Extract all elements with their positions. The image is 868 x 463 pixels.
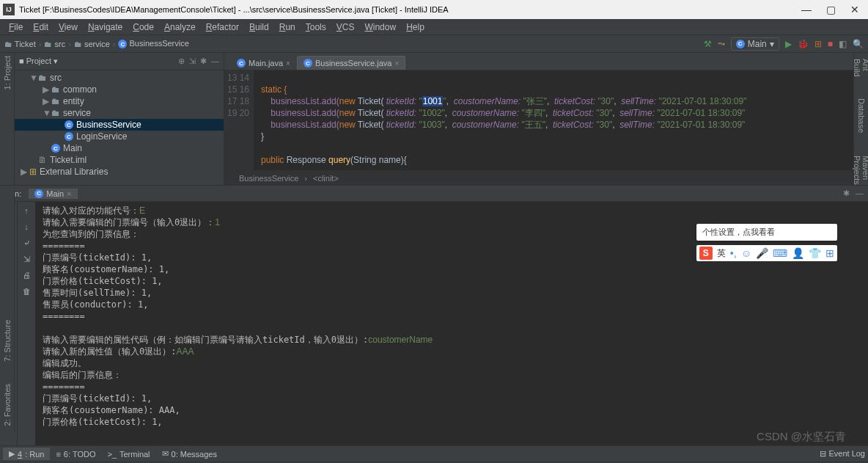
stop-button[interactable]: ■ xyxy=(828,39,833,49)
trash-icon[interactable]: 🗑 xyxy=(21,285,32,297)
ime-keyboard-icon[interactable]: ⌨ xyxy=(773,247,787,259)
chevron-right-icon: › xyxy=(304,174,307,183)
close-icon[interactable]: × xyxy=(394,59,399,68)
tab-icon: ▶ xyxy=(9,449,15,459)
ime-tools-icon[interactable]: ⊞ xyxy=(825,247,834,259)
ime-person-icon[interactable]: 👤 xyxy=(792,247,804,259)
menu-navigate[interactable]: Navigate xyxy=(84,21,127,34)
run-config-selector[interactable]: C Main ▾ xyxy=(731,37,779,51)
ime-tooltip[interactable]: 个性设置，点我看看 xyxy=(696,224,837,241)
menu-analyze[interactable]: Analyze xyxy=(160,21,200,34)
panel-title[interactable]: ■ Project ▾ xyxy=(19,56,58,66)
tree-item-external libraries[interactable]: ▶⊞ External Libraries xyxy=(15,166,224,178)
tool-project[interactable]: 1: Project xyxy=(3,56,12,90)
hide-panel-icon[interactable]: — xyxy=(211,56,219,66)
coverage-button[interactable]: ⊞ xyxy=(814,39,822,49)
tree-item-main[interactable]: C Main xyxy=(15,142,224,154)
up-icon[interactable]: ↑ xyxy=(21,205,32,216)
menu-tools[interactable]: Tools xyxy=(301,21,331,34)
ime-toolbar[interactable]: S 英 •ˌ ☺ 🎤 ⌨ 👤 👕 ⊞ xyxy=(696,245,837,261)
tree-item-entity[interactable]: ▶🖿 entity xyxy=(15,95,224,107)
project-tree[interactable]: ▼🖿 src▶🖿 common▶🖿 entity▼🖿 serviceC Busi… xyxy=(15,70,224,185)
crumb-item[interactable]: <clinit> xyxy=(313,174,339,183)
down-icon[interactable]: ↓ xyxy=(21,221,32,233)
tree-item-ticket.iml[interactable]: 🗎 Ticket.iml xyxy=(15,154,224,166)
wrap-icon[interactable]: ⤶ xyxy=(21,237,32,249)
ime-lang[interactable]: 英 xyxy=(717,247,726,260)
minimize-button[interactable]: — xyxy=(801,4,812,15)
breadcrumb-item[interactable]: 🖿 src xyxy=(44,40,65,48)
more-run-icon[interactable]: ◧ xyxy=(839,39,847,49)
tree-item-common[interactable]: ▶🖿 common xyxy=(15,84,224,95)
app-logo: IJ xyxy=(3,4,15,15)
tree-item-src[interactable]: ▼🖿 src xyxy=(15,72,224,84)
editor-breadcrumbs[interactable]: BusinessService › <clinit> xyxy=(224,170,868,185)
chevron-right-icon: › xyxy=(68,40,71,48)
ime-mic-icon[interactable]: 🎤 xyxy=(756,247,768,259)
menu-vcs[interactable]: VCS xyxy=(332,21,359,34)
search-everywhere-icon[interactable]: 🔍 xyxy=(853,39,864,49)
tool-structure[interactable]: 7: Structure xyxy=(3,320,12,362)
editor-tab[interactable]: C BusinessService.java × xyxy=(297,56,405,70)
breadcrumb-item[interactable]: C BusinessService xyxy=(118,39,188,49)
breadcrumb[interactable]: 🖿 Ticket›🖿 src›🖿 service›C BusinessServi… xyxy=(4,39,189,49)
chevron-right-icon: › xyxy=(39,40,42,48)
gutter: 13 14 15 16 17 18 19 20 xyxy=(224,70,254,170)
run-config-label: Main xyxy=(748,39,767,49)
bottom-tab[interactable]: ≡ 6: TODO xyxy=(50,448,101,460)
print-icon[interactable]: 🖨 xyxy=(21,269,32,281)
sync-icon[interactable]: ⤳ xyxy=(718,39,725,49)
menu-edit[interactable]: Edit xyxy=(29,21,53,34)
bottom-tab[interactable]: ✉ 0: Messages xyxy=(156,448,223,460)
tool-database[interactable]: Database xyxy=(857,98,866,133)
editor: C Main.java ×C BusinessService.java × 13… xyxy=(224,53,868,185)
run-button[interactable]: ▶ xyxy=(785,39,792,49)
breadcrumb-item[interactable]: 🖿 Ticket xyxy=(4,40,36,48)
menu-run[interactable]: Run xyxy=(275,21,300,34)
close-icon[interactable]: × xyxy=(67,189,71,198)
event-log-button[interactable]: ⊟ Event Log xyxy=(820,449,865,459)
ime-popup: 个性设置，点我看看 S 英 •ˌ ☺ 🎤 ⌨ 👤 👕 ⊞ xyxy=(696,224,837,261)
class-icon: C xyxy=(34,189,43,198)
chevron-right-icon: › xyxy=(113,40,116,48)
run-tab[interactable]: C Main × xyxy=(29,189,77,199)
crumb-item[interactable]: BusinessService xyxy=(239,174,298,183)
menu-refactor[interactable]: Refactor xyxy=(202,21,243,34)
menu-window[interactable]: Window xyxy=(360,21,400,34)
maximize-button[interactable]: ▢ xyxy=(826,4,836,15)
menu-code[interactable]: Code xyxy=(128,21,158,34)
debug-button[interactable]: 🐞 xyxy=(798,39,809,49)
tab-icon: ✉ xyxy=(162,449,169,459)
bottom-tab[interactable]: ▶ 4: Run xyxy=(3,448,50,460)
menu-file[interactable]: File xyxy=(4,21,27,34)
ime-skin-icon[interactable]: 👕 xyxy=(809,247,821,259)
scroll-icon[interactable]: ⇲ xyxy=(21,253,32,265)
build-icon[interactable] xyxy=(704,39,712,49)
tree-item-businessservice[interactable]: C BusinessService xyxy=(15,119,224,131)
collapse-all-icon[interactable]: ⇲ xyxy=(189,56,196,66)
menu-help[interactable]: Help xyxy=(402,21,429,34)
tool-maven[interactable]: Maven Projects xyxy=(853,156,869,185)
settings-icon[interactable]: ✱ xyxy=(200,56,207,66)
menu-view[interactable]: View xyxy=(54,21,82,34)
class-icon: C xyxy=(736,40,745,48)
tree-item-loginservice[interactable]: C LoginService xyxy=(15,131,224,142)
window-title: Ticket [F:\BusinessCodes\IDEA\Management… xyxy=(19,5,449,14)
ime-emoji-icon[interactable]: ☺ xyxy=(741,247,751,259)
tool-favorites[interactable]: 2: Favorites xyxy=(3,384,12,426)
ime-punct-icon[interactable]: •ˌ xyxy=(730,247,737,259)
code-content[interactable]: static { businessList.add(new Ticket( ti… xyxy=(254,70,868,170)
close-window-button[interactable]: ✕ xyxy=(850,4,859,15)
editor-tab[interactable]: C Main.java × xyxy=(230,56,297,70)
hide-icon[interactable]: — xyxy=(856,189,864,198)
sogou-logo[interactable]: S xyxy=(699,247,713,260)
scroll-from-source-icon[interactable]: ⊕ xyxy=(178,56,185,66)
tree-item-service[interactable]: ▼🖿 service xyxy=(15,107,224,119)
gear-icon[interactable]: ✱ xyxy=(843,189,850,198)
left-tool-strip-lower: 7: Structure 2: Favorites xyxy=(0,191,15,433)
menu-build[interactable]: Build xyxy=(245,21,273,34)
bottom-tab[interactable]: >_ Terminal xyxy=(101,448,155,460)
close-icon[interactable]: × xyxy=(286,59,290,68)
breadcrumb-item[interactable]: 🖿 service xyxy=(74,40,110,48)
tool-ant[interactable]: Ant Build xyxy=(853,59,869,76)
